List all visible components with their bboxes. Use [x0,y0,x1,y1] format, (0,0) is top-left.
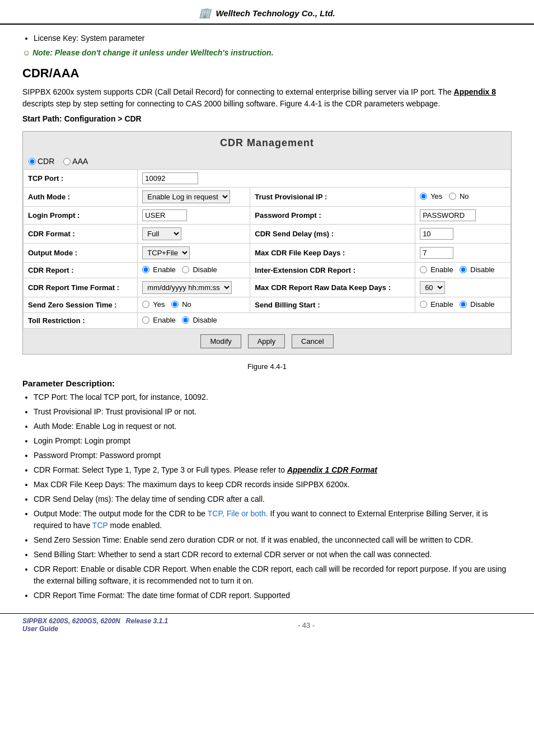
footer-page-number: - 43 - [298,621,315,629]
send-zero-no-label: No [182,300,191,309]
send-zero-yes-radio[interactable] [142,301,149,308]
license-key-item: License Key: System parameter [34,34,512,43]
inter-ext-disable-radio[interactable] [460,266,467,273]
cdr-management-box: CDR Management CDR AAA TCP Port : [22,131,512,354]
login-password-row: Login Prompt : Password Prompt : [24,207,511,225]
trust-no-radio[interactable] [449,193,456,200]
max-raw-data-label: Max CDR Report Raw Data Keep Days : [250,278,415,297]
tcp-port-value [138,170,511,188]
login-prompt-value [138,207,250,225]
radio-aaa-label: AAA [72,157,88,166]
footer-left-text: SIPPBX 6200S, 6200GS, 6200N Release 3.1.… [22,617,168,633]
appendix1-link[interactable]: Appendix 1 CDR Format [287,465,377,474]
send-billing-enable-radio[interactable] [420,301,427,308]
trust-yes-label: Yes [430,192,442,200]
send-zero-label: Send Zero Session Time : [24,297,138,313]
login-prompt-input[interactable] [142,209,187,221]
trust-provisional-label: Trust Provisional IP : [250,188,415,207]
send-billing-value: Enable Disable [415,297,511,313]
cdr-send-delay-input[interactable] [420,228,453,240]
send-billing-disable-radio[interactable] [460,301,467,308]
trust-provisional-value: Yes No [415,188,511,207]
max-cdr-keep-input[interactable] [420,247,453,259]
button-row: Modify Apply Cancel [23,329,511,354]
tcp-link: TCP [92,521,108,530]
param-item-cdr-format: CDR Format: Select Type 1, Type 2, Type … [34,464,512,476]
cancel-button[interactable]: Cancel [292,334,333,348]
param-item-cdr-time-format: CDR Report Time Format: The date time fo… [34,590,512,601]
cdr-report-value: Enable Disable [138,263,250,278]
param-desc-heading: Parameter Description: [22,379,512,388]
param-desc-list: TCP Port: The local TCP port, for instan… [34,391,512,601]
send-zero-value: Yes No [138,297,250,313]
toll-restriction-enable-radio[interactable] [142,316,149,324]
tcp-file-both-link: TCP, File or both. [208,509,268,518]
cdr-report-time-value: mm/dd/yyyy hh:mm:ss dd/mm/yyyy hh:mm:ss [138,278,250,297]
param-item-tcp: TCP Port: The local TCP port, for instan… [34,391,512,403]
max-cdr-keep-label: Max CDR File Keep Days : [250,244,415,263]
auth-mode-select[interactable]: Enable Log in request Disable [142,190,230,203]
inter-ext-value: Enable Disable [415,263,511,278]
send-billing-label: Send Billing Start : [250,297,415,313]
param-item-login: Login Prompt: Login prompt [34,435,512,447]
param-item-send-zero: Send Zero Session Time: Enable send zero… [34,534,512,546]
tcp-port-label: TCP Port : [24,170,138,188]
cdr-report-disable-label: Disable [193,265,217,274]
param-item-cdr-report: CDR Report: Enable or disable CDR Report… [34,563,512,587]
toll-restriction-value: Enable Disable [138,313,511,329]
password-prompt-value [415,207,511,225]
start-path: Start Path: Configuration > CDR [22,114,512,123]
cdr-report-enable-radio[interactable] [142,266,149,273]
toll-restriction-enable-label: Enable [153,316,175,324]
cdr-management-title: CDR Management [23,132,511,155]
cdr-time-format-row: CDR Report Time Format : mm/dd/yyyy hh:m… [24,278,511,297]
send-billing-disable-label: Disable [470,300,494,309]
toll-restriction-disable-radio[interactable] [182,316,189,324]
auth-mode-value: Enable Log in request Disable [138,188,250,207]
cdr-format-select[interactable]: Full Type 1 Type 2 Type 3 [142,227,181,240]
send-zero-row: Send Zero Session Time : Yes No Send Bil… [24,297,511,313]
figure-caption: Figure 4.4-1 [22,362,512,371]
cdr-report-row: CDR Report : Enable Disable Inter-Extens… [24,263,511,278]
param-item-output-mode: Output Mode: The output mode for the CDR… [34,508,512,531]
inter-ext-label: Inter-Extension CDR Report : [250,263,415,278]
param-item-cdr-delay: CDR Send Delay (ms): The delay time of s… [34,493,512,505]
note-text: ☺ Note: Please don't change it unless un… [22,48,512,57]
cdr-send-delay-value [415,225,511,244]
cdr-format-row: CDR Format : Full Type 1 Type 2 Type 3 C… [24,225,511,244]
page-footer: SIPPBX 6200S, 6200GS, 6200N Release 3.1.… [0,613,534,636]
inter-ext-disable-label: Disable [470,265,494,274]
trust-yes-radio[interactable] [420,193,427,200]
cdr-format-value: Full Type 1 Type 2 Type 3 [138,225,250,244]
password-prompt-label: Password Prompt : [250,207,415,225]
output-mode-value: TCP+File TCP File [138,244,250,263]
param-item-trust: Trust Provisional IP: Trust provisional … [34,406,512,418]
max-raw-data-select[interactable]: 60 30 90 [420,281,445,294]
cdr-report-enable-label: Enable [153,265,175,274]
trust-no-label: No [460,192,469,200]
radio-aaa[interactable] [63,158,71,165]
auth-trust-row: Auth Mode : Enable Log in request Disabl… [24,188,511,207]
toll-restriction-row: Toll Restriction : Enable Disable [24,313,511,329]
inter-ext-enable-radio[interactable] [420,266,427,273]
radio-cdr[interactable] [29,158,36,165]
cdr-fields-table: TCP Port : Auth Mode : Enable Log in req… [23,169,511,329]
max-raw-data-value: 60 30 90 [415,278,511,297]
company-name: Welltech Technology Co., Ltd. [216,8,335,18]
auth-mode-label: Auth Mode : [24,188,138,207]
cdr-report-disable-radio[interactable] [182,266,189,273]
param-item-send-billing: Send Billing Start: Whether to send a st… [34,549,512,561]
modify-button[interactable]: Modify [200,334,241,348]
toll-restriction-disable-label: Disable [193,316,217,324]
appendix8-link[interactable]: Appendix 8 [454,87,496,96]
company-icon: 🏢 [199,7,211,18]
param-item-password: Password Prompt: Password prompt [34,450,512,461]
toll-restriction-label: Toll Restriction : [24,313,138,329]
tcp-port-input[interactable] [142,172,198,184]
cdr-time-format-select[interactable]: mm/dd/yyyy hh:mm:ss dd/mm/yyyy hh:mm:ss [142,281,232,294]
password-prompt-input[interactable] [420,209,476,221]
send-zero-no-radio[interactable] [171,301,179,308]
apply-button[interactable]: Apply [248,334,285,348]
output-mode-select[interactable]: TCP+File TCP File [142,246,190,259]
inter-ext-enable-label: Enable [430,265,453,274]
